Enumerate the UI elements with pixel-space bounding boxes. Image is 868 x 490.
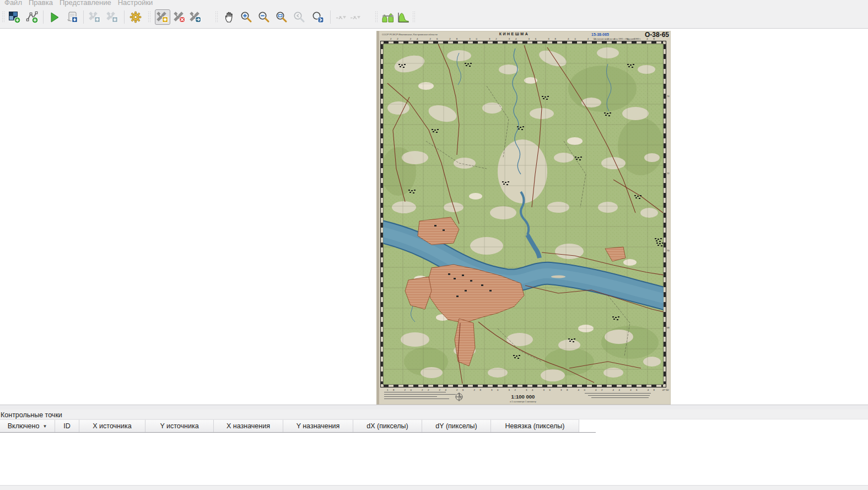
zoom-last-button[interactable] (292, 9, 307, 25)
toolbar-separator (83, 10, 84, 24)
toolbar-grip[interactable] (412, 11, 416, 23)
map-title: КИНЕШМА (499, 32, 529, 36)
map-canvas[interactable]: СССР РСФСР Ивановская, Костромская облас… (0, 29, 868, 405)
menu-settings[interactable]: Настройки (115, 0, 157, 7)
move-point-icon (189, 10, 202, 24)
status-bar (0, 485, 868, 490)
open-raster-icon (8, 10, 21, 24)
open-vector-icon (25, 10, 39, 24)
column-header-dst-y[interactable]: Y назначения (283, 419, 353, 432)
column-header-dx[interactable]: dX (пикселы) (353, 419, 422, 432)
gcp-panel-title: Контрольные точки (0, 410, 868, 419)
histogram-stretch-local-icon (381, 10, 396, 24)
menu-file[interactable]: Файл (0, 0, 25, 7)
delete-point-icon (173, 10, 186, 24)
gcp-table-header: Включено ▼ ID X источника Y источника X … (0, 419, 868, 433)
gcp-table-body[interactable] (0, 433, 868, 485)
move-point-button[interactable] (188, 9, 203, 25)
filter-dropdown-icon[interactable]: ▼ (42, 424, 47, 429)
link-georeferencer-to-qgis-icon (335, 10, 348, 24)
column-header-dy[interactable]: dY (пикселы) (422, 419, 491, 432)
zoom-out-icon (257, 10, 271, 24)
toolbar (0, 7, 868, 29)
start-georeferencing-icon (47, 10, 61, 24)
menu-bar: Файл Правка Представление Настройки (0, 0, 868, 7)
zoom-last-icon (293, 10, 306, 24)
toolbar-grip[interactable] (215, 11, 218, 23)
column-header-src-y[interactable]: Y источника (145, 419, 214, 432)
delete-point-button[interactable] (172, 9, 187, 25)
toolbar-grip[interactable] (148, 11, 151, 23)
toolbar-grip[interactable] (2, 11, 5, 23)
toolbar-separator (124, 10, 125, 24)
transformation-settings-button[interactable] (128, 9, 143, 25)
add-point-button[interactable] (155, 9, 170, 25)
open-raster-button[interactable] (7, 9, 22, 25)
zoom-out-button[interactable] (256, 9, 272, 25)
histogram-stretch-local-button[interactable] (381, 9, 396, 25)
zoom-next-button[interactable] (310, 9, 326, 25)
save-gcp-points-icon (106, 10, 119, 24)
map-scale: 1:100 000 (511, 394, 535, 400)
add-point-icon (156, 10, 169, 24)
transformation-settings-gear-icon (129, 10, 142, 24)
svg-text:74: 74 (667, 95, 670, 98)
svg-text:70: 70 (667, 249, 670, 252)
zoom-to-layer-icon (275, 10, 288, 24)
column-header-id[interactable]: ID (55, 419, 79, 432)
open-vector-button[interactable] (24, 9, 40, 25)
column-header-enabled[interactable]: Включено ▼ (0, 419, 55, 432)
svg-text:68: 68 (667, 326, 670, 329)
map-sheet-code-blue: 15-38-065 (591, 33, 609, 36)
zoom-next-icon (311, 10, 325, 24)
map-scale-note: в 1 сантиметре 1 километр (510, 401, 536, 403)
gdal-script-icon (66, 10, 79, 24)
corner-label: 47°30' (662, 389, 670, 391)
raster-map-image[interactable]: СССР РСФСР Ивановская, Костромская облас… (376, 31, 671, 405)
zoom-to-layer-button[interactable] (274, 9, 289, 25)
menu-view[interactable]: Представление (56, 0, 115, 7)
histogram-stretch-full-button[interactable] (396, 9, 411, 25)
load-gcp-points-button[interactable] (87, 9, 103, 25)
pan-hand-icon (223, 10, 236, 24)
pan-button[interactable] (222, 9, 238, 25)
column-header-dst-x[interactable]: X назначения (214, 419, 283, 432)
link-georeferencer-to-qgis-button[interactable] (333, 9, 349, 25)
toolbar-separator (330, 10, 331, 24)
column-header-residual[interactable]: Невязка (пикселы) (491, 419, 579, 432)
link-qgis-to-georeferencer-button[interactable] (348, 9, 363, 25)
gdal-script-button[interactable] (64, 9, 80, 25)
link-qgis-to-georeferencer-icon (349, 10, 362, 24)
zoom-in-icon (240, 10, 253, 24)
menu-edit[interactable]: Правка (25, 0, 56, 7)
toolbar-grip[interactable] (375, 11, 378, 23)
load-gcp-points-icon (88, 10, 101, 24)
toolbar-separator (43, 10, 44, 24)
zoom-in-button[interactable] (239, 9, 254, 25)
map-header-left: СССР РСФСР Ивановская, Костромская облас… (382, 33, 438, 36)
column-header-src-x[interactable]: X источника (79, 419, 145, 432)
georeferencer-window: Файл Правка Представление Настройки (0, 0, 868, 490)
topo-map-kineshma: СССР РСФСР Ивановская, Костромская облас… (376, 31, 671, 405)
save-gcp-points-button[interactable] (105, 9, 120, 25)
svg-text:72: 72 (667, 172, 670, 175)
histogram-stretch-full-icon (397, 10, 410, 24)
map-sheet-code: О-38-65 (645, 31, 669, 39)
canvas-dock-splitter[interactable] (0, 405, 868, 410)
start-georeferencing-button[interactable] (46, 9, 62, 25)
